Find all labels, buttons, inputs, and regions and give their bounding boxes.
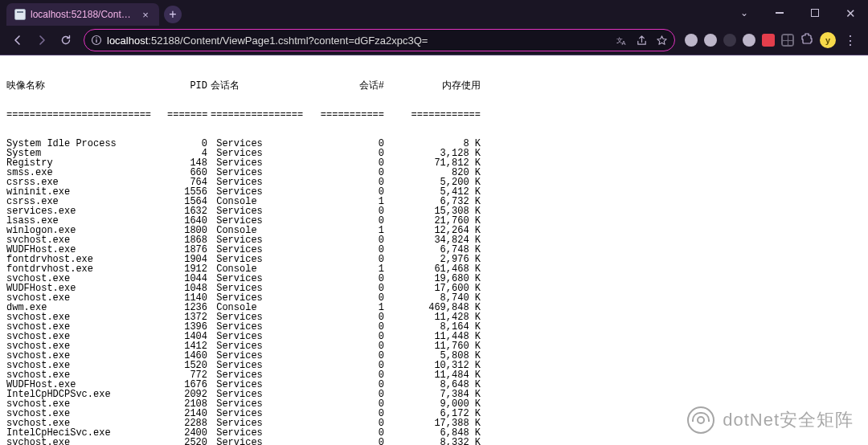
- table-header: 映像名称 PID 会话名 会话# 内存使用: [6, 81, 868, 91]
- extension-5-icon[interactable]: [762, 34, 775, 47]
- share-icon[interactable]: [636, 35, 648, 47]
- table-row: svchost.exe1372 Services011,428 K: [6, 312, 868, 322]
- extension-2-icon[interactable]: [704, 34, 717, 47]
- cell-session-id: 0: [320, 312, 384, 322]
- extension-4-icon[interactable]: [743, 34, 755, 47]
- header-mem-usage: 内存使用: [384, 81, 481, 91]
- site-info-icon[interactable]: [91, 35, 102, 46]
- table-row: IntelCpHeciSvc.exe2400 Services06,848 K: [6, 428, 868, 438]
- reload-button[interactable]: [55, 29, 77, 51]
- cell-session-id: 0: [320, 255, 384, 264]
- menu-button[interactable]: ⋮: [842, 33, 858, 48]
- header-pid: PID: [167, 81, 207, 91]
- cell-session-id: 0: [320, 341, 384, 351]
- titlebar: localhost:52188/Content/View… × + ⌄ ✕: [0, 0, 868, 26]
- cell-session-id: 0: [320, 418, 384, 428]
- table-row: WUDFHost.exe1876 Services06,748 K: [6, 245, 868, 255]
- bookmark-icon[interactable]: [656, 35, 668, 47]
- cell-image-name: svchost.exe: [6, 438, 167, 445]
- cell-session-id: 0: [320, 139, 384, 149]
- maximize-button[interactable]: [797, 0, 833, 26]
- table-row: svchost.exe1412 Services011,760 K: [6, 341, 868, 351]
- tabs-dropdown-button[interactable]: ⌄: [727, 0, 762, 26]
- table-row: csrss.exe764 Services05,200 K: [6, 178, 868, 187]
- extension-icons: y ⋮: [682, 32, 862, 48]
- cell-session-name: Services: [207, 438, 320, 445]
- table-row: svchost.exe2108 Services09,000 K: [6, 399, 868, 409]
- cell-session-id: 0: [320, 380, 384, 390]
- minimize-button[interactable]: [762, 0, 797, 26]
- table-row: svchost.exe1868 Services034,824 K: [6, 235, 868, 245]
- cell-session-id: 0: [320, 361, 384, 370]
- extension-1-icon[interactable]: [685, 34, 698, 47]
- cell-session-id: 1: [320, 226, 384, 235]
- translate-icon[interactable]: 文A: [616, 35, 628, 47]
- cell-session-id: 0: [320, 284, 384, 293]
- cell-session-id: 0: [320, 322, 384, 332]
- cell-session-id: 0: [320, 438, 384, 445]
- table-row: WUDFHost.exe1048 Services017,600 K: [6, 284, 868, 293]
- table-row: svchost.exe772 Services011,484 K: [6, 370, 868, 380]
- cell-session-id: 0: [320, 245, 384, 255]
- table-body: System Idle Process0 Services08 KSystem4…: [6, 139, 868, 445]
- extension-6-icon[interactable]: [781, 34, 794, 47]
- table-row: WUDFHost.exe1676 Services08,648 K: [6, 380, 868, 390]
- page-content: 映像名称 PID 会话名 会话# 内存使用 ==================…: [0, 55, 868, 445]
- svg-text:A: A: [622, 39, 626, 47]
- table-separator: ========================= ======== =====…: [6, 110, 868, 120]
- table-row: svchost.exe2520 Services08,332 K: [6, 438, 868, 445]
- window-controls: ⌄ ✕: [727, 0, 868, 26]
- cell-session-id: 0: [320, 235, 384, 245]
- cell-session-id: 0: [320, 390, 384, 399]
- header-session-name: 会话名: [207, 81, 320, 91]
- table-row: wininit.exe1556 Services05,412 K: [6, 187, 868, 197]
- close-window-button[interactable]: ✕: [833, 0, 868, 26]
- table-row: IntelCpHDCPSvc.exe2092 Services07,384 K: [6, 390, 868, 399]
- cell-session-id: 0: [320, 428, 384, 438]
- cell-session-id: 0: [320, 370, 384, 380]
- table-row: svchost.exe2288 Services017,388 K: [6, 418, 868, 428]
- cell-session-id: 1: [320, 303, 384, 312]
- cell-session-id: 0: [320, 178, 384, 187]
- cell-session-id: 1: [320, 197, 384, 206]
- url-text[interactable]: localhost:52188/Content/ViewPage1.cshtml…: [107, 35, 611, 47]
- cell-session-id: 0: [320, 274, 384, 284]
- table-row: smss.exe660 Services0820 K: [6, 168, 868, 178]
- cell-session-id: 1: [320, 264, 384, 274]
- cell-pid: 2520: [167, 438, 207, 445]
- forward-button[interactable]: [31, 29, 53, 51]
- browser-tab[interactable]: localhost:52188/Content/View… ×: [6, 3, 159, 26]
- cell-session-id: 0: [320, 409, 384, 418]
- profile-avatar[interactable]: y: [820, 32, 836, 48]
- close-tab-icon[interactable]: ×: [140, 9, 151, 21]
- extensions-button[interactable]: [800, 32, 813, 48]
- cell-session-id: 0: [320, 187, 384, 197]
- cell-session-id: 0: [320, 158, 384, 168]
- extension-3-icon[interactable]: [723, 34, 736, 47]
- cell-session-id: 0: [320, 149, 384, 158]
- table-row: System Idle Process0 Services08 K: [6, 139, 868, 149]
- new-tab-button[interactable]: +: [164, 6, 182, 23]
- cell-mem-usage: 8,332 K: [384, 438, 481, 445]
- toolbar: localhost:52188/Content/ViewPage1.cshtml…: [0, 26, 868, 55]
- table-row: Registry148 Services071,812 K: [6, 158, 868, 168]
- cell-session-id: 0: [320, 168, 384, 178]
- tab-title: localhost:52188/Content/View…: [31, 9, 135, 20]
- cell-session-id: 0: [320, 293, 384, 303]
- svg-rect-2: [96, 38, 96, 39]
- cell-session-id: 0: [320, 216, 384, 226]
- back-button[interactable]: [6, 29, 29, 51]
- cell-session-id: 0: [320, 399, 384, 409]
- header-session-id: 会话#: [320, 81, 384, 91]
- svg-rect-1: [96, 39, 96, 43]
- url-bar[interactable]: localhost:52188/Content/ViewPage1.cshtml…: [84, 29, 675, 51]
- cell-session-id: 0: [320, 351, 384, 361]
- page-favicon-icon: [14, 9, 26, 20]
- header-image-name: 映像名称: [6, 81, 167, 91]
- url-actions: 文A: [616, 35, 668, 47]
- cell-session-id: 0: [320, 332, 384, 341]
- cell-session-id: 0: [320, 206, 384, 216]
